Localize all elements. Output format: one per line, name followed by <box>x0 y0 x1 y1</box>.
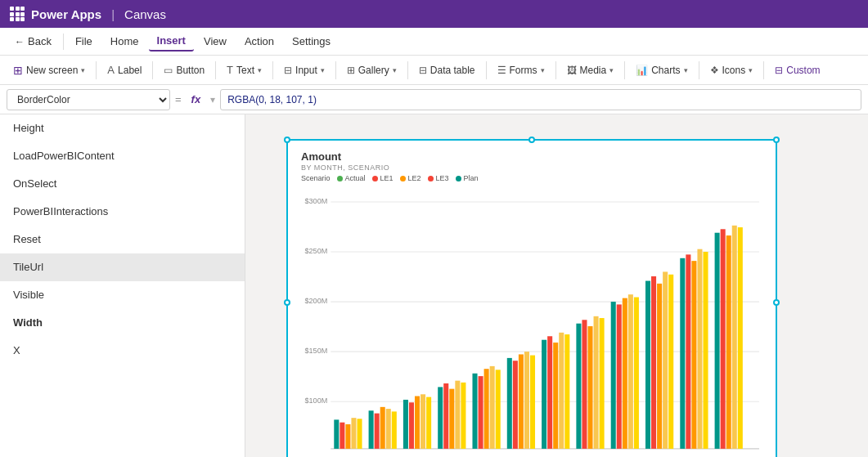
svg-text:$100M: $100M <box>305 396 328 405</box>
svg-rect-43 <box>553 343 558 449</box>
toolbar-forms[interactable]: ☰ Forms ▾ <box>491 61 551 79</box>
menu-settings[interactable]: Settings <box>284 32 339 51</box>
svg-rect-57 <box>651 276 656 449</box>
prop-loadpowerbicontent[interactable]: LoadPowerBIContent <box>0 142 245 170</box>
data-table-btn-label: Data table <box>430 65 475 76</box>
svg-rect-14 <box>351 418 356 449</box>
button-btn-label: Button <box>176 65 205 76</box>
svg-rect-34 <box>490 366 495 449</box>
svg-rect-66 <box>715 233 720 449</box>
toolbar-sep-10 <box>699 61 699 79</box>
custom-btn-label: Custom <box>786 65 820 76</box>
svg-rect-26 <box>438 387 443 448</box>
prop-powerbiinteractions[interactable]: PowerBIInteractions <box>0 198 245 226</box>
svg-rect-69 <box>732 226 737 449</box>
toolbar-sep-9 <box>624 61 625 79</box>
toolbar-input[interactable]: ⊟ Input ▾ <box>277 61 331 79</box>
prop-reset[interactable]: Reset <box>0 226 245 253</box>
svg-rect-68 <box>726 235 731 449</box>
toolbar-new-screen[interactable]: ⊞ New screen ▾ <box>7 60 92 80</box>
resize-handle-tl[interactable] <box>284 137 290 143</box>
toolbar-text[interactable]: T Text ▾ <box>220 60 268 79</box>
menu-view[interactable]: View <box>196 32 235 51</box>
toolbar-button[interactable]: ▭ Button <box>157 61 211 79</box>
fx-button[interactable]: fx <box>187 92 206 107</box>
svg-rect-42 <box>547 336 552 449</box>
svg-rect-52 <box>617 304 622 448</box>
resize-handle-mr[interactable] <box>773 299 780 306</box>
legend-le3-dot <box>428 176 434 181</box>
back-arrow-icon: ← <box>15 36 25 47</box>
svg-rect-46 <box>576 324 581 449</box>
svg-rect-19 <box>386 409 391 449</box>
legend-actual: Actual <box>337 174 366 182</box>
svg-rect-62 <box>686 254 690 449</box>
toolbar-label[interactable]: A Label <box>101 60 148 79</box>
svg-rect-55 <box>634 298 639 449</box>
waffle-icon[interactable] <box>10 7 25 21</box>
toolbar-gallery[interactable]: ⊞ Gallery ▾ <box>340 61 403 79</box>
forms-icon: ☰ <box>497 65 506 76</box>
prop-visible[interactable]: Visible <box>0 281 245 309</box>
charts-icon: 📊 <box>636 65 648 76</box>
prop-width[interactable]: Width <box>0 309 245 337</box>
formula-bar: BorderColor = fx ▾ <box>0 85 868 114</box>
resize-handle-ml[interactable] <box>284 299 290 306</box>
property-selector[interactable]: BorderColor <box>7 89 170 110</box>
toolbar: ⊞ New screen ▾ A Label ▭ Button T Text ▾… <box>0 56 868 85</box>
icons-icon: ❖ <box>710 65 719 76</box>
canvas-label: Canvas <box>124 7 166 21</box>
prop-onselect[interactable]: OnSelect <box>0 170 245 198</box>
menu-action[interactable]: Action <box>236 32 282 51</box>
gallery-icon: ⊞ <box>347 65 355 76</box>
svg-rect-12 <box>340 423 344 449</box>
toolbar-sep-7 <box>486 61 487 79</box>
menu-home[interactable]: Home <box>102 32 147 51</box>
svg-rect-33 <box>484 369 489 449</box>
input-btn-label: Input <box>295 65 317 76</box>
toolbar-sep-1 <box>96 61 97 79</box>
media-chevron: ▾ <box>609 66 614 74</box>
svg-rect-41 <box>542 340 546 449</box>
svg-rect-22 <box>409 402 414 449</box>
svg-text:$150M: $150M <box>305 346 328 356</box>
svg-rect-60 <box>668 275 673 449</box>
chart-legend: Scenario Actual LE1 LE2 <box>301 174 762 182</box>
toolbar-media[interactable]: 🖼 Media ▾ <box>560 61 621 79</box>
prop-tileurl[interactable]: TileUrl <box>0 253 245 281</box>
menu-divider-1 <box>63 34 64 50</box>
svg-rect-13 <box>345 424 350 449</box>
menu-file[interactable]: File <box>67 32 101 51</box>
svg-text:$200M: $200M <box>305 296 328 306</box>
toolbar-icons[interactable]: ❖ Icons ▾ <box>704 61 760 79</box>
formula-input[interactable] <box>220 89 861 110</box>
chart-widget[interactable]: Amount BY MONTH, SCENARIO Scenario Actua… <box>286 139 777 457</box>
legend-plan: Plan <box>456 174 479 182</box>
prop-x[interactable]: X <box>0 337 245 365</box>
svg-rect-64 <box>697 249 702 449</box>
svg-rect-11 <box>334 419 339 449</box>
icons-chevron: ▾ <box>749 66 753 74</box>
properties-panel: Height LoadPowerBIContent OnSelect Power… <box>0 114 245 457</box>
toolbar-custom[interactable]: ⊟ Custom <box>768 61 826 79</box>
text-icon: T <box>227 64 233 76</box>
legend-actual-label: Actual <box>345 174 366 182</box>
toolbar-charts[interactable]: 📊 Charts ▾ <box>629 61 694 79</box>
custom-icon: ⊟ <box>775 65 783 76</box>
svg-rect-54 <box>628 294 633 449</box>
legend-plan-dot <box>456 176 461 181</box>
prop-height[interactable]: Height <box>0 114 245 142</box>
resize-handle-tr[interactable] <box>773 137 780 143</box>
svg-rect-50 <box>600 318 605 449</box>
svg-rect-16 <box>369 410 374 449</box>
resize-handle-tc[interactable] <box>528 137 535 143</box>
label-icon: A <box>107 64 115 76</box>
media-icon: 🖼 <box>567 65 577 76</box>
back-button[interactable]: ← Back <box>7 32 60 51</box>
svg-rect-44 <box>559 333 564 449</box>
svg-rect-17 <box>375 414 380 449</box>
menu-insert[interactable]: Insert <box>149 31 194 52</box>
canvas-area[interactable]: Amount BY MONTH, SCENARIO Scenario Actua… <box>245 114 868 457</box>
legend-actual-dot <box>337 176 343 181</box>
toolbar-data-table[interactable]: ⊟ Data table <box>412 61 482 79</box>
